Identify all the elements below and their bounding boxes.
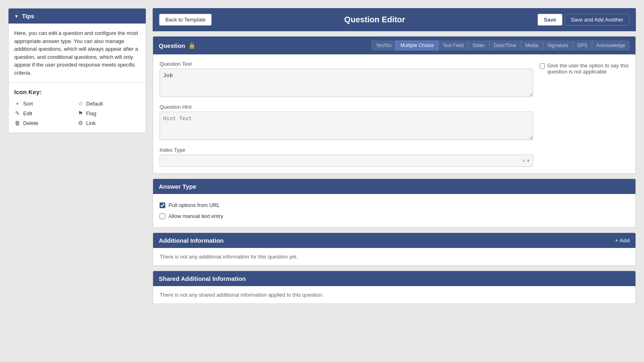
index-type-label: Index Type <box>160 147 533 153</box>
question-hint-field-group: Question Hint <box>160 104 533 141</box>
na-option-row: Give the user the option to say this que… <box>540 62 629 75</box>
answer-type-body: Pull options from URL Allow manual text … <box>153 194 635 227</box>
answer-type-card: Answer Type Pull options from URL Allow … <box>153 179 636 228</box>
top-bar-actions: Save Save and Add Another <box>538 14 629 26</box>
tab-date-time[interactable]: Date/Time <box>489 41 521 50</box>
save-and-add-another-button[interactable]: Save and Add Another <box>565 14 629 26</box>
question-text-input[interactable]: Job <box>160 69 533 97</box>
question-fields: Question Text Job Question Hint Index Ty… <box>160 61 533 167</box>
allow-manual-text-entry-row: Allow manual text entry <box>160 213 629 219</box>
tips-panel: ▼ Tips Here, you can edit a question and… <box>8 8 146 133</box>
top-bar: Back to Template Question Editor Save Sa… <box>153 8 636 31</box>
allow-manual-text-entry-checkbox[interactable] <box>160 213 165 219</box>
icon-key-edit: ✎ Edit <box>14 109 77 117</box>
tips-arrow-icon: ▼ <box>14 14 19 19</box>
edit-label: Edit <box>23 110 32 116</box>
default-label: Default <box>86 101 103 107</box>
question-text-label: Question Text <box>160 61 533 67</box>
tips-body: Here, you can edit a question and config… <box>9 24 146 83</box>
tab-media[interactable]: Media <box>521 41 543 50</box>
tips-header[interactable]: ▼ Tips <box>9 9 146 24</box>
index-type-clear-icon[interactable]: × <box>522 157 525 164</box>
icon-key-title: Icon Key: <box>14 88 140 95</box>
icon-key-delete: 🗑 Delete <box>14 119 77 127</box>
shared-additional-info-header: Shared Additional Information <box>153 271 635 286</box>
additional-info-empty: There is not any additional information … <box>153 248 635 265</box>
shared-additional-info-title: Shared Additional Information <box>159 275 246 282</box>
lock-icon: 🔒 <box>188 42 195 49</box>
link-icon: ⚙ <box>77 120 84 126</box>
sort-icon: + <box>14 100 21 107</box>
na-option-checkbox[interactable] <box>540 63 545 69</box>
tab-slider[interactable]: Slider <box>468 41 490 50</box>
tips-title: Tips <box>22 13 35 19</box>
question-hint-input[interactable] <box>160 112 533 140</box>
page-title: Question Editor <box>344 15 405 24</box>
question-section-title: Question <box>159 42 185 49</box>
back-to-template-button[interactable]: Back to Template <box>159 14 212 26</box>
icon-key-flag: ⚑ Flag <box>77 109 140 117</box>
sort-label: Sort <box>23 101 33 107</box>
add-additional-info-button[interactable]: + Add <box>615 237 630 243</box>
tab-acknowledge[interactable]: Acknowledge <box>592 41 630 50</box>
index-type-select[interactable]: × ▾ <box>160 155 533 167</box>
question-card: Question 🔒 Yes/No Multiple Choice Text F… <box>153 36 636 174</box>
allow-manual-text-entry-label: Allow manual text entry <box>169 213 223 219</box>
index-type-field-group: Index Type × ▾ <box>160 147 533 167</box>
pull-options-from-url-label: Pull options from URL <box>169 202 220 208</box>
tab-gps[interactable]: GPS <box>573 41 592 50</box>
na-option-label: Give the user the option to say this que… <box>547 62 629 75</box>
tips-text: Here, you can edit a question and config… <box>14 29 140 77</box>
sidebar: ▼ Tips Here, you can edit a question and… <box>8 8 146 354</box>
tab-text-field[interactable]: Text Field <box>438 41 468 50</box>
question-section-header: Question 🔒 Yes/No Multiple Choice Text F… <box>153 37 635 54</box>
pull-options-from-url-checkbox[interactable] <box>160 203 165 208</box>
icon-key-link: ⚙ Link <box>77 119 140 127</box>
tab-multiple-choice[interactable]: Multiple Choice <box>396 41 438 50</box>
index-type-dropdown-icon[interactable]: ▾ <box>527 158 529 164</box>
additional-info-title: Additional Information <box>159 237 224 244</box>
delete-icon: 🗑 <box>14 120 21 126</box>
tab-signature[interactable]: Signature <box>543 41 573 50</box>
shared-additional-info-card: Shared Additional Information There is n… <box>153 271 636 304</box>
answer-type-tabs: Yes/No Multiple Choice Text Field Slider… <box>372 41 630 50</box>
question-hint-label: Question Hint <box>160 104 533 110</box>
shared-additional-info-empty: There is not any shared additional infor… <box>153 286 635 304</box>
icon-key: Icon Key: + Sort ☆ Default ✎ Edit <box>9 83 146 133</box>
tab-yes-no[interactable]: Yes/No <box>372 41 396 50</box>
icon-key-sort: + Sort <box>14 99 77 108</box>
link-label: Link <box>86 120 96 126</box>
answer-type-section-header: Answer Type <box>153 179 635 194</box>
answer-type-section-title: Answer Type <box>159 183 196 190</box>
main-content: Back to Template Question Editor Save Sa… <box>153 8 636 354</box>
save-button[interactable]: Save <box>538 14 562 26</box>
icon-key-grid: + Sort ☆ Default ✎ Edit ⚑ Flag <box>14 99 140 127</box>
delete-label: Delete <box>23 120 39 126</box>
question-side-options: Give the user the option to say this que… <box>540 61 629 167</box>
pull-options-from-url-row: Pull options from URL <box>160 202 629 208</box>
additional-info-card: Additional Information + Add There is no… <box>153 233 636 266</box>
icon-key-default: ☆ Default <box>77 99 140 108</box>
flag-label: Flag <box>86 110 96 116</box>
question-body: Question Text Job Question Hint Index Ty… <box>153 54 635 173</box>
edit-icon: ✎ <box>14 110 21 116</box>
question-text-field-group: Question Text Job <box>160 61 533 98</box>
default-icon: ☆ <box>77 100 84 107</box>
flag-icon: ⚑ <box>77 110 84 116</box>
additional-info-header: Additional Information + Add <box>153 233 635 248</box>
